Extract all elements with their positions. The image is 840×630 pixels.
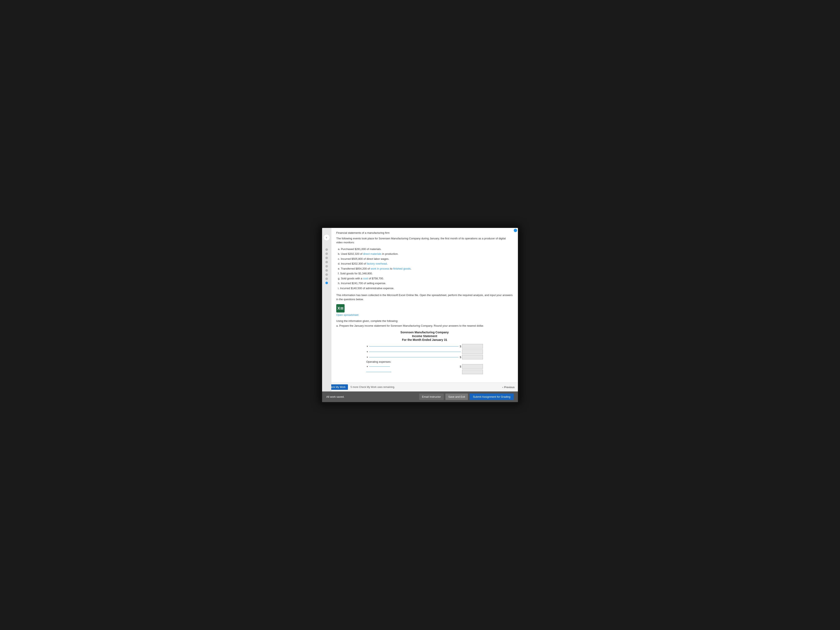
event-b: b. Used $202,320 of direct materials in … [338,252,513,256]
input-field-5[interactable] [462,369,483,374]
submit-assignment-button[interactable]: Submit Assignment for Grading [470,393,514,400]
footer-bar: All work saved. Email Instructor Save an… [322,392,518,402]
sub-instructions-text: a. Prepare the January income statement … [336,324,513,327]
input-field-1[interactable] [462,344,483,349]
open-spreadsheet-link[interactable]: Open spreadsheet [336,313,358,316]
period-title: For the Month Ended January 31 [402,338,447,341]
operating-expenses-label: Operating expenses: [366,360,393,363]
blue-line-1 [369,346,458,347]
dropdown-arrow-4[interactable]: ▼ [366,365,368,368]
finished-goods-link[interactable]: finished goods [393,267,411,270]
info-text: This information has been collected in t… [336,293,513,301]
statement-row-3: ▼ $ [366,355,483,359]
currency-symbol-4: $ [460,365,461,368]
content-area: ‹ Financial statements of a manufacturin… [322,228,518,392]
dropdown-arrow-2[interactable]: ▼ [366,351,368,353]
currency-symbol-3: $ [460,355,461,359]
dropdown-arrow-1[interactable]: ▼ [366,345,368,347]
event-i: i. Incurred $140,500 of administrative e… [338,286,513,291]
op-expenses-row: Operating expenses: [366,360,483,363]
sidebar-dot-5 [325,265,328,267]
company-name: Sorensen Manufacturing Company [400,331,449,334]
event-d: d. Incurred $202,300 of factory overhead… [338,262,513,266]
statement-row-2: ▼ [366,349,483,354]
event-h: h. Incurred $241,700 of selling expense. [338,281,513,286]
dropdown-arrow-3[interactable]: ▼ [366,356,368,358]
email-instructor-button[interactable]: Email Instructor [419,393,444,400]
statement-row-4: ▼ $ [366,364,483,369]
blue-line-5 [366,372,391,372]
sidebar-dot-6 [325,269,328,272]
cost-link[interactable]: cost [363,277,368,280]
back-arrow-button[interactable]: ‹ [323,234,330,241]
statement-group: ▼ $ ▼ [366,344,483,375]
blue-line-3 [369,357,458,357]
excel-lines [340,307,343,309]
sidebar-dot-3 [325,257,328,259]
events-list: a. Purchased $281,000 of materials. b. U… [336,247,513,291]
event-c: c. Incurred $505,800 of direct labor wag… [338,257,513,261]
event-e: e. Transferred $854,200 of work in proce… [338,267,513,271]
currency-symbol-1: $ [460,345,461,348]
screen: ‹ Financial statements of a manufacturin… [322,228,518,402]
all-work-saved-text: All work saved. [326,395,344,398]
excel-btn-container: X Open spreadsheet [336,304,513,316]
sidebar-dot-2 [325,253,328,255]
indicator-dot [514,229,517,232]
bottom-bar: Check My Work 5 more Check My Work uses … [322,382,518,392]
input-field-2[interactable] [462,349,483,354]
event-g: g. Sold goods with a cost of $758,700. [338,276,513,281]
factory-overhead-link[interactable]: factory overhead [367,262,387,265]
main-content: Financial statements of a manufacturing … [331,228,518,383]
blue-line-2 [369,352,461,352]
footer-buttons: Email Instructor Save and Exit Submit As… [419,393,514,400]
event-f: f. Sold goods for $1,348,800. [338,272,513,276]
previous-label: Previous [504,385,515,389]
previous-button[interactable]: ‹ Previous [502,385,515,389]
sidebar-dot-8 [325,278,328,280]
input-field-4[interactable] [462,364,483,369]
sidebar-dot-4 [325,261,328,263]
instructions-text: Using the information given, complete th… [336,319,513,322]
input-field-3[interactable] [462,355,483,359]
event-a: a. Purchased $281,000 of materials. [338,247,513,251]
statement-row-1: ▼ $ [366,344,483,349]
monitor-frame: ‹ Financial statements of a manufacturin… [320,226,520,404]
previous-chevron: ‹ [502,385,503,389]
left-sidebar: ‹ [322,228,331,392]
excel-icon-button[interactable]: X [336,304,344,313]
excel-x-letter: X [338,306,340,311]
save-exit-button[interactable]: Save and Exit [445,393,468,400]
work-in-process-link[interactable]: work in process [371,267,389,270]
sidebar-dot-9 [325,282,328,284]
statement-title: Income Statement [412,335,437,338]
direct-materials-link[interactable]: direct materials [363,252,382,256]
intro-text: The following events took place for Sore… [336,237,513,245]
statement-row-5 [366,369,483,374]
income-statement-container: Sorensen Manufacturing Company Income St… [336,331,513,375]
blue-line-4 [369,366,390,367]
check-my-work-note: 5 more Check My Work uses remaining. [351,385,395,388]
sidebar-dot-1 [325,248,328,251]
sidebar-dot-7 [325,273,328,276]
page-title: Financial statements of a manufacturing … [336,231,513,234]
